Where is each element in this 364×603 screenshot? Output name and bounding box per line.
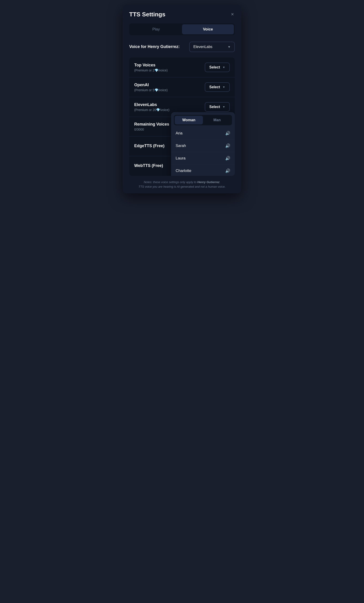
voice-name-charlotte: Charlotte (176, 169, 191, 173)
speaker-icon[interactable]: 🔊 (225, 143, 230, 148)
gender-tab-bar: Woman Man (174, 115, 232, 125)
elevenlabs-select-label: Select (209, 105, 220, 109)
webtts-info: WebTTS (Free) (134, 163, 163, 169)
diamond-icon: 💎 (156, 108, 160, 112)
notes-text1: Notes: these voice settings only apply t… (144, 180, 198, 184)
modal-title: TTS Settings (129, 11, 165, 18)
gender-tab-man[interactable]: Man (203, 116, 231, 124)
voice-name-laura: Laura (176, 156, 185, 161)
voice-name-aria: Aria (176, 131, 182, 136)
speaker-icon[interactable]: 🔊 (225, 131, 230, 136)
voice-item-laura[interactable]: Laura 🔊 (171, 152, 235, 165)
top-voices-name: Top Voices (134, 63, 168, 68)
tab-voice[interactable]: Voice (182, 24, 234, 34)
voice-list[interactable]: Aria 🔊 Sarah 🔊 Laura 🔊 Charlotte 🔊 (171, 127, 235, 176)
close-button[interactable]: × (230, 11, 235, 18)
elevenlabs-sub: (Premium or 20💎/voice) (134, 108, 169, 112)
openai-sub: (Premium or 5💎/voice) (134, 88, 168, 92)
diamond-icon: 💎 (154, 88, 158, 92)
elevenlabs-section: ElevenLabs (Premium or 20💎/voice) Select… (129, 97, 235, 117)
openai-name: OpenAI (134, 82, 168, 87)
top-voices-section: Top Voices (Premium or 2💎/voice) Select … (129, 58, 235, 77)
openai-info: OpenAI (Premium or 5💎/voice) (134, 82, 168, 92)
voice-item-charlotte[interactable]: Charlotte 🔊 (171, 165, 235, 176)
diamond-icon: 💎 (154, 69, 158, 72)
remaining-info: Remaining Voices 0/3000 (134, 122, 169, 131)
voice-item-aria[interactable]: Aria 🔊 (171, 127, 235, 140)
voice-for-row: Voice for Henry Gutierrez: ElevenLabs ▼ (129, 42, 235, 52)
edgetts-name: EdgeTTS (Free) (134, 143, 164, 148)
modal-header: TTS Settings × (129, 11, 235, 18)
openai-section: OpenAI (Premium or 5💎/voice) Select ▼ (129, 77, 235, 97)
elevenlabs-name: ElevenLabs (134, 102, 169, 107)
provider-dropdown[interactable]: ElevenLabs ▼ (189, 42, 235, 52)
openai-select-button[interactable]: Select ▼ (205, 82, 230, 92)
remaining-count: 0/3000 (134, 128, 169, 131)
voice-for-label: Voice for Henry Gutierrez: (129, 44, 186, 49)
voice-sections: Top Voices (Premium or 2💎/voice) Select … (129, 58, 235, 176)
edgetts-info: EdgeTTS (Free) (134, 143, 164, 149)
gender-tab-woman[interactable]: Woman (175, 116, 203, 124)
openai-select-label: Select (209, 85, 220, 89)
provider-label: ElevenLabs (193, 45, 212, 49)
webtts-name: WebTTS (Free) (134, 163, 163, 168)
top-voices-info: Top Voices (Premium or 2💎/voice) (134, 63, 168, 72)
notes-bold: Henry Gutierrez (197, 180, 220, 184)
elevenlabs-info: ElevenLabs (Premium or 20💎/voice) (134, 102, 169, 112)
elevenlabs-dropdown: Woman Man Aria 🔊 Sarah 🔊 Laura 🔊 (171, 112, 235, 176)
tab-play[interactable]: Play (130, 24, 182, 34)
chevron-down-icon: ▼ (223, 66, 225, 69)
tab-bar: Play Voice (129, 23, 235, 35)
chevron-down-icon: ▼ (223, 85, 225, 89)
top-voices-select-button[interactable]: Select ▼ (205, 63, 230, 72)
voice-name-sarah: Sarah (176, 143, 186, 148)
remaining-label: Remaining Voices (134, 122, 169, 127)
top-voices-select-label: Select (209, 65, 220, 69)
notes-period: . (220, 180, 221, 184)
speaker-icon[interactable]: 🔊 (225, 156, 230, 161)
top-voices-sub: (Premium or 2💎/voice) (134, 69, 168, 72)
speaker-icon[interactable]: 🔊 (225, 168, 230, 173)
notes-line2: TTS voice you are hearing is AI-generate… (139, 185, 226, 188)
chevron-down-icon: ▼ (223, 105, 225, 108)
notes-footer: Notes: these voice settings only apply t… (129, 180, 235, 189)
tts-settings-modal: TTS Settings × Play Voice Voice for Henr… (123, 5, 241, 193)
voice-item-sarah[interactable]: Sarah 🔊 (171, 140, 235, 152)
elevenlabs-select-button[interactable]: Select ▼ (205, 102, 230, 112)
chevron-down-icon: ▼ (227, 45, 231, 49)
